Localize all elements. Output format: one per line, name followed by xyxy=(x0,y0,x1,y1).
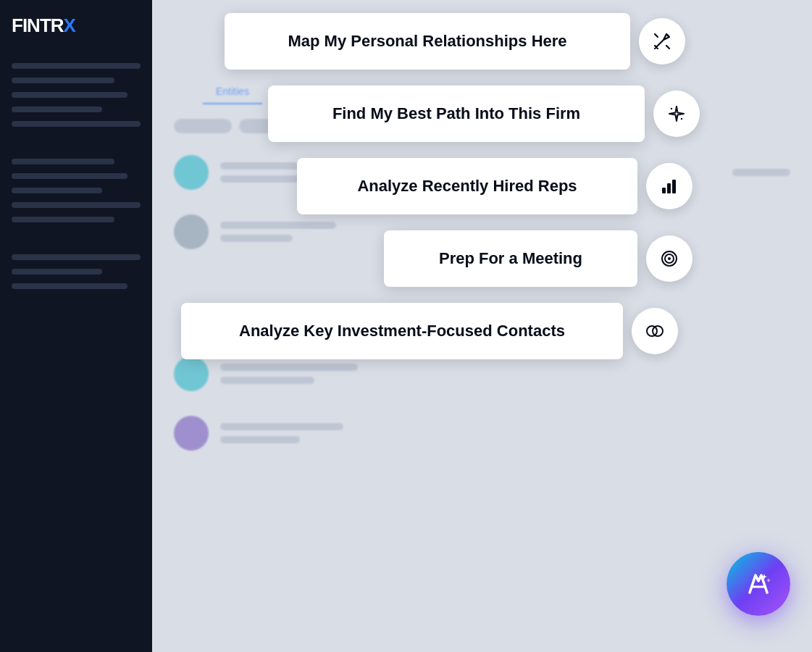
sparkle-icon xyxy=(666,104,687,124)
svg-point-11 xyxy=(653,326,663,336)
sidebar-nav xyxy=(12,63,141,289)
avatar xyxy=(174,155,209,190)
svg-point-0 xyxy=(667,35,669,37)
svg-rect-5 xyxy=(667,183,671,193)
sidebar-nav-item[interactable] xyxy=(12,188,102,193)
sidebar: FINTRX xyxy=(0,0,152,652)
filter-pill xyxy=(174,119,232,133)
sidebar-nav-item[interactable] xyxy=(12,217,114,222)
chart-icon xyxy=(659,176,679,196)
row-line xyxy=(220,423,343,430)
ai-menu-item-prep-meeting[interactable]: Prep For a Meeting xyxy=(384,230,692,287)
ai-menu-card[interactable]: Map My Personal Relationships Here xyxy=(225,13,630,70)
row-line xyxy=(220,436,300,443)
ai-menu-card[interactable]: Analyze Key Investment-Focused Contacts xyxy=(181,303,623,359)
avatar xyxy=(174,416,209,451)
wand-icon xyxy=(652,31,672,51)
ai-menu-icon-btn-prep-meeting[interactable] xyxy=(646,235,692,282)
sidebar-nav-item[interactable] xyxy=(12,159,114,164)
ai-menu-icon-btn-analyze-contacts[interactable] xyxy=(632,308,678,354)
row-line xyxy=(220,377,314,384)
ai-fab-inner xyxy=(742,568,774,600)
row-line xyxy=(220,235,293,242)
logo: FINTRX xyxy=(12,14,141,37)
ai-menu-label: Find My Best Path Into This Firm xyxy=(332,104,580,123)
ai-menu-label: Analyze Key Investment-Focused Contacts xyxy=(239,322,565,340)
sidebar-nav-item[interactable] xyxy=(12,254,141,260)
svg-rect-6 xyxy=(672,180,676,193)
row-line xyxy=(732,169,790,176)
logo-text: FINTRX xyxy=(12,14,75,37)
ai-menu-item-relationships[interactable]: Map My Personal Relationships Here xyxy=(225,13,685,70)
sidebar-nav-item[interactable] xyxy=(12,173,127,179)
row-line xyxy=(220,222,336,229)
tab-entities[interactable]: Entities xyxy=(203,80,262,104)
ai-menu-card[interactable]: Prep For a Meeting xyxy=(384,230,637,287)
svg-point-2 xyxy=(671,108,672,109)
ai-menu-label: Map My Personal Relationships Here xyxy=(288,32,566,51)
avatar xyxy=(174,214,209,249)
sidebar-nav-item[interactable] xyxy=(12,63,141,69)
table-row xyxy=(174,409,790,458)
ai-menu-label: Analyze Recently Hired Reps xyxy=(357,177,577,196)
row-line xyxy=(220,364,358,371)
sidebar-nav-item[interactable] xyxy=(12,78,114,83)
svg-rect-4 xyxy=(662,188,666,193)
ai-fab-button[interactable] xyxy=(727,552,790,616)
ai-fab-logo xyxy=(742,568,774,600)
svg-point-9 xyxy=(668,257,671,260)
target-icon xyxy=(659,248,679,269)
ai-menu-item-best-path[interactable]: Find My Best Path Into This Firm xyxy=(268,85,700,142)
ai-menu-item-analyze-contacts[interactable]: Analyze Key Investment-Focused Contacts xyxy=(181,303,678,359)
row-lines xyxy=(220,364,790,384)
row-lines xyxy=(220,423,790,443)
circles-icon xyxy=(645,321,665,341)
sidebar-nav-item[interactable] xyxy=(12,92,127,98)
svg-point-1 xyxy=(656,46,658,49)
sidebar-nav-item[interactable] xyxy=(12,106,102,112)
ai-menu-item-analyze-reps[interactable]: Analyze Recently Hired Reps xyxy=(297,158,692,214)
svg-point-3 xyxy=(681,118,682,120)
sidebar-nav-item[interactable] xyxy=(12,269,102,275)
avatar xyxy=(174,356,209,391)
ai-menu-icon-btn-relationships[interactable] xyxy=(639,18,685,64)
ai-menu-icon-btn-best-path[interactable] xyxy=(653,91,700,137)
sidebar-nav-item[interactable] xyxy=(12,283,127,289)
ai-menu-card[interactable]: Find My Best Path Into This Firm xyxy=(268,85,645,142)
sidebar-nav-item[interactable] xyxy=(12,202,141,208)
ai-menu-card[interactable]: Analyze Recently Hired Reps xyxy=(297,158,637,214)
sidebar-nav-item[interactable] xyxy=(12,121,141,127)
ai-menu-label: Prep For a Meeting xyxy=(439,249,582,268)
main-content: Entities Contacts xyxy=(152,0,812,652)
ai-menu-icon-btn-analyze-reps[interactable] xyxy=(646,163,692,209)
